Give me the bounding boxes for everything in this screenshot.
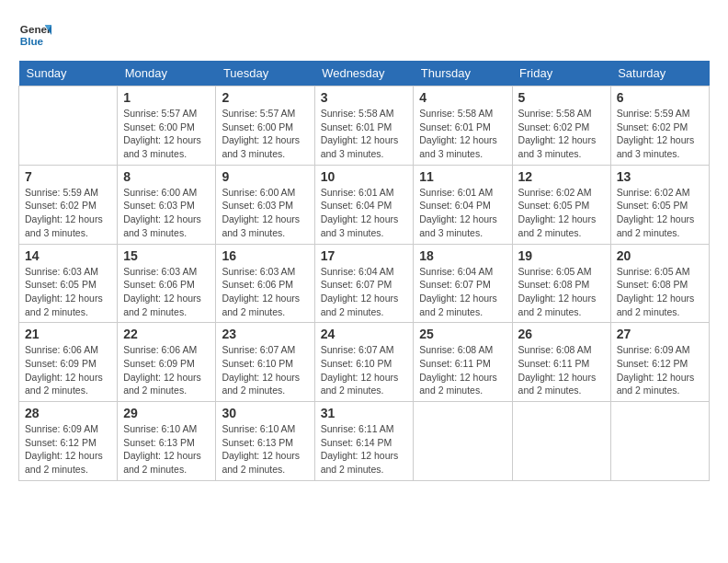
day-number: 7: [25, 169, 111, 184]
day-number: 10: [321, 169, 408, 184]
calendar-cell: 19Sunrise: 6:05 AM Sunset: 6:08 PM Dayli…: [512, 244, 610, 323]
calendar-cell: 30Sunrise: 6:10 AM Sunset: 6:13 PM Dayli…: [216, 402, 314, 481]
day-detail: Sunrise: 6:04 AM Sunset: 6:07 PM Dayligh…: [419, 265, 506, 319]
day-detail: Sunrise: 6:07 AM Sunset: 6:10 PM Dayligh…: [222, 343, 308, 397]
day-number: 24: [321, 327, 408, 341]
calendar-cell: 10Sunrise: 6:01 AM Sunset: 6:04 PM Dayli…: [314, 165, 414, 244]
calendar-cell: 6Sunrise: 5:59 AM Sunset: 6:02 PM Daylig…: [610, 86, 709, 166]
day-detail: Sunrise: 6:09 AM Sunset: 6:12 PM Dayligh…: [617, 343, 703, 397]
calendar-cell: 1Sunrise: 5:57 AM Sunset: 6:00 PM Daylig…: [118, 86, 216, 166]
calendar-cell: 31Sunrise: 6:11 AM Sunset: 6:14 PM Dayli…: [314, 402, 414, 481]
calendar-body: 1Sunrise: 5:57 AM Sunset: 6:00 PM Daylig…: [19, 86, 710, 481]
calendar-cell: 9Sunrise: 6:00 AM Sunset: 6:03 PM Daylig…: [216, 165, 314, 244]
day-number: 17: [321, 248, 408, 263]
calendar-week-row: 1Sunrise: 5:57 AM Sunset: 6:00 PM Daylig…: [19, 86, 710, 166]
day-detail: Sunrise: 5:58 AM Sunset: 6:01 PM Dayligh…: [321, 107, 408, 161]
calendar-cell: 26Sunrise: 6:08 AM Sunset: 6:11 PM Dayli…: [512, 323, 610, 402]
day-number: 13: [617, 169, 703, 184]
day-number: 27: [617, 327, 703, 341]
day-number: 23: [222, 327, 308, 341]
calendar-cell: 5Sunrise: 5:58 AM Sunset: 6:02 PM Daylig…: [512, 86, 610, 166]
calendar-cell: [610, 402, 709, 481]
day-detail: Sunrise: 6:01 AM Sunset: 6:04 PM Dayligh…: [419, 186, 506, 240]
day-number: 14: [25, 248, 111, 263]
day-number: 9: [222, 169, 308, 184]
day-number: 31: [321, 406, 408, 420]
calendar-cell: 4Sunrise: 5:58 AM Sunset: 6:01 PM Daylig…: [414, 86, 512, 166]
day-detail: Sunrise: 6:04 AM Sunset: 6:07 PM Dayligh…: [321, 265, 408, 319]
day-number: 16: [222, 248, 308, 263]
day-number: 21: [25, 327, 111, 341]
calendar-header-row: SundayMondayTuesdayWednesdayThursdayFrid…: [19, 61, 710, 86]
day-detail: Sunrise: 5:59 AM Sunset: 6:02 PM Dayligh…: [617, 107, 703, 161]
day-detail: Sunrise: 6:06 AM Sunset: 6:09 PM Dayligh…: [25, 343, 111, 397]
calendar-cell: 27Sunrise: 6:09 AM Sunset: 6:12 PM Dayli…: [610, 323, 709, 402]
logo-icon: General Blue: [18, 18, 51, 52]
weekday-header-sunday: Sunday: [19, 61, 118, 86]
day-number: 29: [123, 406, 210, 420]
day-detail: Sunrise: 6:10 AM Sunset: 6:13 PM Dayligh…: [123, 422, 210, 477]
calendar-cell: 3Sunrise: 5:58 AM Sunset: 6:01 PM Daylig…: [314, 86, 414, 166]
calendar-cell: 20Sunrise: 6:05 AM Sunset: 6:08 PM Dayli…: [610, 244, 709, 323]
calendar-cell: 29Sunrise: 6:10 AM Sunset: 6:13 PM Dayli…: [118, 402, 216, 481]
day-detail: Sunrise: 6:02 AM Sunset: 6:05 PM Dayligh…: [518, 186, 605, 240]
calendar-cell: 15Sunrise: 6:03 AM Sunset: 6:06 PM Dayli…: [118, 244, 216, 323]
day-number: 4: [419, 90, 506, 105]
calendar-cell: 14Sunrise: 6:03 AM Sunset: 6:05 PM Dayli…: [19, 244, 118, 323]
day-detail: Sunrise: 6:05 AM Sunset: 6:08 PM Dayligh…: [518, 265, 605, 319]
day-number: 28: [25, 406, 111, 420]
weekday-header-saturday: Saturday: [610, 61, 709, 86]
calendar-table: SundayMondayTuesdayWednesdayThursdayFrid…: [18, 61, 710, 481]
calendar-cell: 13Sunrise: 6:02 AM Sunset: 6:05 PM Dayli…: [610, 165, 709, 244]
calendar-week-row: 21Sunrise: 6:06 AM Sunset: 6:09 PM Dayli…: [19, 323, 710, 402]
day-detail: Sunrise: 6:10 AM Sunset: 6:13 PM Dayligh…: [222, 422, 308, 477]
calendar-week-row: 14Sunrise: 6:03 AM Sunset: 6:05 PM Dayli…: [19, 244, 710, 323]
calendar-cell: [512, 402, 610, 481]
day-detail: Sunrise: 6:03 AM Sunset: 6:06 PM Dayligh…: [123, 265, 210, 319]
calendar-cell: 18Sunrise: 6:04 AM Sunset: 6:07 PM Dayli…: [414, 244, 512, 323]
calendar-cell: 12Sunrise: 6:02 AM Sunset: 6:05 PM Dayli…: [512, 165, 610, 244]
day-detail: Sunrise: 5:58 AM Sunset: 6:02 PM Dayligh…: [518, 107, 605, 161]
calendar-cell: 2Sunrise: 5:57 AM Sunset: 6:00 PM Daylig…: [216, 86, 314, 166]
day-detail: Sunrise: 5:57 AM Sunset: 6:00 PM Dayligh…: [222, 107, 308, 161]
svg-text:General: General: [20, 23, 51, 35]
day-detail: Sunrise: 6:03 AM Sunset: 6:06 PM Dayligh…: [222, 265, 308, 319]
day-number: 15: [123, 248, 210, 263]
day-number: 26: [518, 327, 605, 341]
calendar-cell: 22Sunrise: 6:06 AM Sunset: 6:09 PM Dayli…: [118, 323, 216, 402]
day-detail: Sunrise: 6:08 AM Sunset: 6:11 PM Dayligh…: [518, 343, 605, 397]
day-number: 20: [617, 248, 703, 263]
day-number: 12: [518, 169, 605, 184]
day-number: 11: [419, 169, 506, 184]
day-detail: Sunrise: 5:57 AM Sunset: 6:00 PM Dayligh…: [123, 107, 210, 161]
day-number: 30: [222, 406, 308, 420]
calendar-week-row: 7Sunrise: 5:59 AM Sunset: 6:02 PM Daylig…: [19, 165, 710, 244]
weekday-header-tuesday: Tuesday: [216, 61, 314, 86]
day-detail: Sunrise: 5:59 AM Sunset: 6:02 PM Dayligh…: [25, 186, 111, 240]
calendar-cell: 16Sunrise: 6:03 AM Sunset: 6:06 PM Dayli…: [216, 244, 314, 323]
day-number: 8: [123, 169, 210, 184]
calendar-cell: 11Sunrise: 6:01 AM Sunset: 6:04 PM Dayli…: [414, 165, 512, 244]
day-detail: Sunrise: 6:06 AM Sunset: 6:09 PM Dayligh…: [123, 343, 210, 397]
day-detail: Sunrise: 6:01 AM Sunset: 6:04 PM Dayligh…: [321, 186, 408, 240]
day-number: 25: [419, 327, 506, 341]
svg-text:Blue: Blue: [20, 35, 44, 47]
day-number: 22: [123, 327, 210, 341]
weekday-header-friday: Friday: [512, 61, 610, 86]
weekday-header-monday: Monday: [118, 61, 216, 86]
calendar-cell: 28Sunrise: 6:09 AM Sunset: 6:12 PM Dayli…: [19, 402, 118, 481]
calendar-cell: 24Sunrise: 6:07 AM Sunset: 6:10 PM Dayli…: [314, 323, 414, 402]
day-detail: Sunrise: 6:02 AM Sunset: 6:05 PM Dayligh…: [617, 186, 703, 240]
logo: General Blue: [18, 18, 51, 52]
calendar-cell: [19, 86, 118, 166]
calendar-cell: 21Sunrise: 6:06 AM Sunset: 6:09 PM Dayli…: [19, 323, 118, 402]
day-detail: Sunrise: 5:58 AM Sunset: 6:01 PM Dayligh…: [419, 107, 506, 161]
page-header: General Blue: [18, 18, 710, 52]
calendar-cell: 8Sunrise: 6:00 AM Sunset: 6:03 PM Daylig…: [118, 165, 216, 244]
calendar-week-row: 28Sunrise: 6:09 AM Sunset: 6:12 PM Dayli…: [19, 402, 710, 481]
day-number: 6: [617, 90, 703, 105]
day-number: 5: [518, 90, 605, 105]
day-number: 3: [321, 90, 408, 105]
day-detail: Sunrise: 6:11 AM Sunset: 6:14 PM Dayligh…: [321, 422, 408, 477]
day-detail: Sunrise: 6:08 AM Sunset: 6:11 PM Dayligh…: [419, 343, 506, 397]
